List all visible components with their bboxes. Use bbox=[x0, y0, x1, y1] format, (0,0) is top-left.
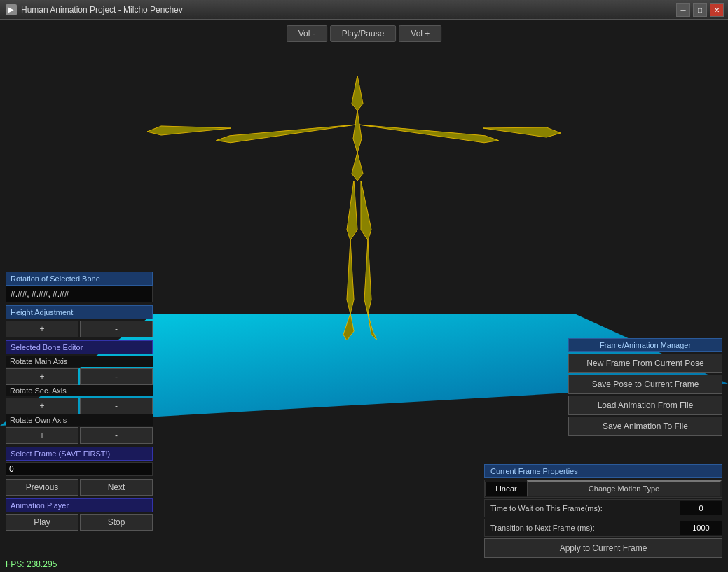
rotate-own-plus-button[interactable]: + bbox=[6, 427, 78, 444]
new-frame-button[interactable]: New Frame From Current Pose bbox=[568, 354, 722, 373]
anim-player-header: Animation Player bbox=[6, 498, 153, 512]
stop-button[interactable]: Stop bbox=[80, 514, 153, 531]
select-frame-section: Select Frame (SAVE FIRST!) 0 Previous Ne… bbox=[6, 447, 153, 496]
fps-value: FPS: 238.295 bbox=[6, 559, 57, 569]
apply-button[interactable]: Apply to Current Frame bbox=[484, 538, 722, 558]
height-minus-button[interactable]: - bbox=[80, 321, 153, 337]
manager-header: Frame/Animation Manager bbox=[568, 338, 722, 352]
rotation-section: Rotation of Selected Bone #.##, #.##, #.… bbox=[6, 272, 153, 302]
motion-type-row: Linear Change Motion Type bbox=[484, 480, 722, 498]
anim-player-section: Animation Player Play Stop bbox=[6, 498, 153, 531]
bone-editor-section: Selected Bone Editor Rotate Main Axis + … bbox=[6, 340, 153, 444]
anim-player-controls: Play Stop bbox=[6, 514, 153, 531]
app-icon: ▶ bbox=[6, 4, 17, 15]
transition-time-label: Transition to Next Frame (ms): bbox=[485, 521, 680, 535]
frame-input[interactable]: 0 bbox=[6, 462, 153, 476]
window-controls: ─ □ ✕ bbox=[676, 3, 724, 17]
rotate-main-label: Rotate Main Axis bbox=[6, 356, 153, 367]
svg-rect-2 bbox=[0, 20, 728, 314]
rotate-sec-minus-button[interactable]: - bbox=[80, 398, 153, 414]
rotate-main-controls: + - bbox=[6, 368, 153, 385]
bone-editor-header: Selected Bone Editor bbox=[6, 340, 153, 354]
next-button[interactable]: Next bbox=[80, 479, 153, 496]
close-button[interactable]: ✕ bbox=[710, 3, 724, 17]
play-pause-button[interactable]: Play/Pause bbox=[330, 25, 397, 42]
transition-time-row: Transition to Next Frame (ms): 1000 bbox=[484, 519, 722, 537]
rotate-own-minus-button[interactable]: - bbox=[80, 427, 153, 444]
vol-minus-button[interactable]: Vol - bbox=[287, 25, 327, 42]
left-panel: Rotation of Selected Bone #.##, #.##, #.… bbox=[6, 272, 153, 533]
rotate-own-label: Rotate Own Axis bbox=[6, 414, 153, 426]
frame-nav-controls: Previous Next bbox=[6, 479, 153, 496]
rotate-main-plus-button[interactable]: + bbox=[6, 368, 78, 385]
rotate-own-controls: + - bbox=[6, 427, 153, 444]
load-animation-button[interactable]: Load Animation From File bbox=[568, 396, 722, 415]
fps-counter: FPS: 238.295 bbox=[6, 559, 57, 569]
height-section: Height Adjustment + - bbox=[6, 305, 153, 337]
rotate-main-minus-button[interactable]: - bbox=[80, 368, 153, 385]
change-motion-type-button[interactable]: Change Motion Type bbox=[527, 480, 722, 497]
transition-time-value: 1000 bbox=[680, 521, 722, 535]
save-animation-button[interactable]: Save Animation To File bbox=[568, 417, 722, 436]
frame-props-header: Current Frame Properties bbox=[484, 464, 722, 478]
previous-button[interactable]: Previous bbox=[6, 479, 78, 496]
height-label: Height Adjustment bbox=[6, 305, 153, 319]
wait-time-row: Time to Wait on This Frame(ms): 0 bbox=[484, 499, 722, 517]
wait-time-label: Time to Wait on This Frame(ms): bbox=[485, 501, 680, 515]
window-title: Human Animation Project - Milcho Penchev bbox=[21, 5, 183, 15]
vol-plus-button[interactable]: Vol + bbox=[399, 25, 441, 42]
save-pose-button[interactable]: Save Pose to Current Frame bbox=[568, 375, 722, 394]
height-plus-button[interactable]: + bbox=[6, 321, 78, 337]
frame-properties-panel: Current Frame Properties Linear Change M… bbox=[484, 464, 722, 558]
rotate-sec-plus-button[interactable]: + bbox=[6, 398, 78, 414]
rotation-value: #.##, #.##, #.## bbox=[6, 286, 153, 302]
minimize-button[interactable]: ─ bbox=[676, 3, 690, 17]
right-panel: Frame/Animation Manager New Frame From C… bbox=[568, 338, 722, 438]
main-area: Vol - Play/Pause Vol + Rotation of Selec… bbox=[0, 20, 728, 572]
motion-type-value: Linear bbox=[485, 482, 527, 496]
wait-time-value: 0 bbox=[680, 501, 722, 515]
top-toolbar: Vol - Play/Pause Vol + bbox=[287, 25, 442, 42]
select-frame-header: Select Frame (SAVE FIRST!) bbox=[6, 447, 153, 461]
rotation-label: Rotation of Selected Bone bbox=[6, 272, 153, 286]
titlebar: ▶ Human Animation Project - Milcho Pench… bbox=[0, 0, 728, 20]
height-controls: + - bbox=[6, 321, 153, 337]
maximize-button[interactable]: □ bbox=[693, 3, 707, 17]
rotate-sec-label: Rotate Sec. Axis bbox=[6, 385, 153, 396]
rotate-sec-controls: + - bbox=[6, 398, 153, 414]
play-button[interactable]: Play bbox=[6, 514, 78, 531]
